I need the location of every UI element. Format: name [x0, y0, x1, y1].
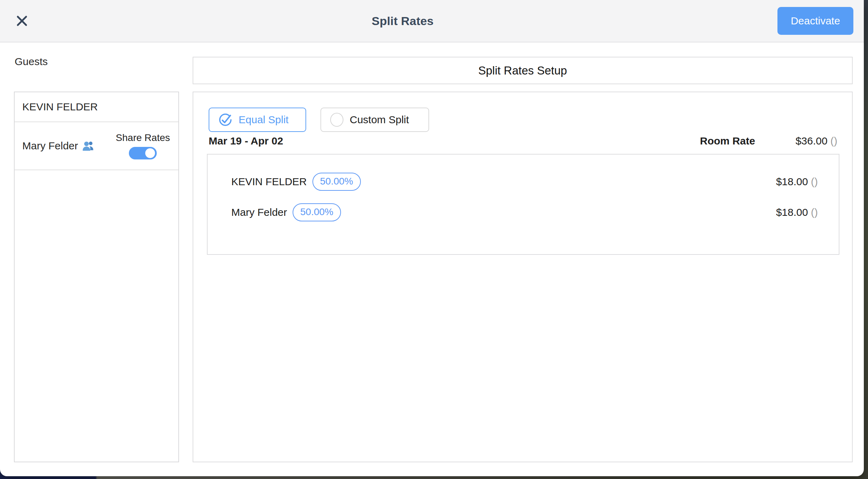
background-page-edge: [863, 0, 868, 479]
split-setup-panel: Equal Split Custom Split Mar 19 - Apr 02…: [193, 92, 853, 462]
close-button[interactable]: [16, 15, 28, 27]
share-rates-label: Share Rates: [116, 132, 170, 143]
check-circle-icon: [218, 113, 232, 127]
close-icon: [16, 15, 28, 27]
split-row-kevin: KEVIN FELDER 50.00% $18.00 (): [231, 166, 818, 197]
room-rate-suffix: (): [830, 135, 837, 147]
split-percent-badge: 50.00%: [293, 203, 341, 221]
rate-summary-row: Mar 19 - Apr 02 Room Rate $36.00 (): [209, 135, 837, 147]
room-rate-label: Room Rate: [700, 135, 755, 147]
split-amount: $18.00 (): [776, 206, 818, 218]
split-percent-badge: 50.00%: [312, 173, 361, 191]
setup-header-box: Split Rates Setup: [193, 57, 853, 84]
split-row-mary: Mary Felder 50.00% $18.00 (): [231, 197, 818, 228]
page-title: Split Rates: [28, 14, 777, 28]
equal-split-option[interactable]: Equal Split: [209, 108, 306, 132]
split-guest-name: Mary Felder: [231, 206, 287, 218]
equal-split-label: Equal Split: [239, 114, 288, 126]
split-guest-name: KEVIN FELDER: [231, 176, 307, 188]
custom-split-option[interactable]: Custom Split: [320, 108, 429, 132]
date-range: Mar 19 - Apr 02: [209, 135, 283, 147]
split-rates-modal: Split Rates Deactivate Guests KEVIN FELD…: [0, 0, 864, 476]
custom-split-label: Custom Split: [350, 114, 409, 126]
guests-section-label: Guests: [15, 56, 48, 68]
split-amount-suffix: (): [811, 176, 818, 187]
share-rates-toggle[interactable]: [129, 147, 157, 159]
toggle-knob: [145, 148, 155, 158]
split-amount: $18.00 (): [776, 176, 818, 188]
setup-title: Split Rates Setup: [478, 64, 567, 77]
guest-list-panel: KEVIN FELDER Mary Felder: [14, 92, 179, 462]
guest-split-box: KEVIN FELDER 50.00% $18.00 () Mary Felde…: [207, 154, 839, 255]
guest-row-primary[interactable]: KEVIN FELDER: [15, 92, 178, 122]
split-amount-suffix: (): [811, 206, 818, 218]
room-rate-value: $36.00 (): [796, 135, 837, 147]
deactivate-button[interactable]: Deactivate: [777, 7, 853, 35]
guest-row-shared[interactable]: Mary Felder Share Rates: [15, 122, 178, 170]
modal-header: Split Rates Deactivate: [0, 0, 864, 42]
shared-guests-icon: [82, 141, 94, 151]
shared-guest-name: Mary Felder: [22, 140, 78, 152]
radio-circle-icon: [330, 113, 343, 127]
split-mode-options: Equal Split Custom Split: [209, 108, 429, 132]
primary-guest-name: KEVIN FELDER: [22, 101, 98, 113]
